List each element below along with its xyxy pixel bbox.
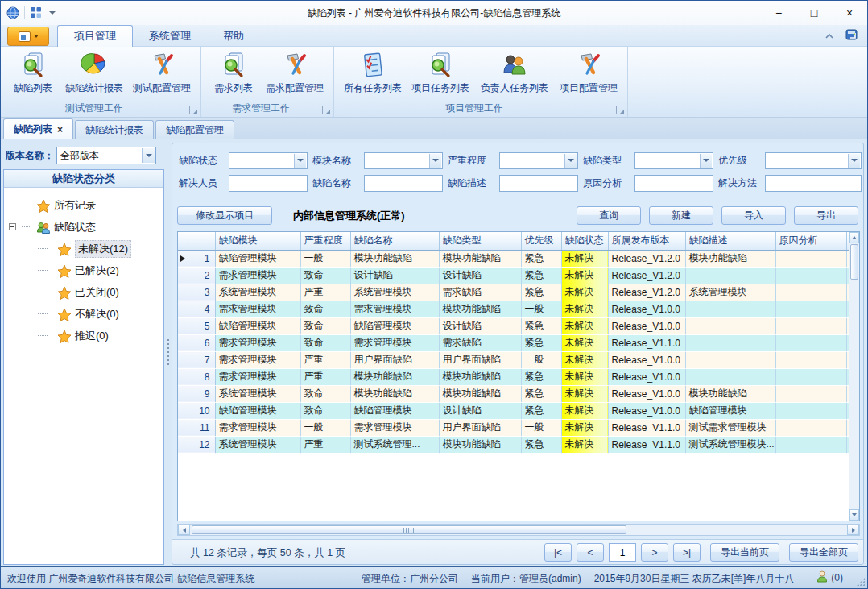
vertical-scroll-thumb[interactable] <box>850 244 858 280</box>
quick-access-dropdown-icon[interactable] <box>49 11 56 15</box>
column-header[interactable]: 缺陷模块 <box>215 232 300 250</box>
horizontal-scroll-thumb[interactable] <box>192 525 626 534</box>
divider <box>808 572 808 583</box>
filter-label: 解决人员 <box>179 176 224 190</box>
defect-list-button[interactable]: 缺陷列表 <box>6 49 60 101</box>
defect-report-button[interactable]: 缺陷统计报表 <box>60 49 128 101</box>
dialog-launcher-icon[interactable] <box>616 106 624 114</box>
requirement-list-button[interactable]: 需求列表 <box>206 49 261 101</box>
last-page-button[interactable]: >| <box>673 543 701 562</box>
close-tab-icon[interactable]: × <box>57 124 63 135</box>
export-button[interactable]: 导出 <box>794 206 858 225</box>
requirement-config-button[interactable]: 需求配置管理 <box>261 49 329 101</box>
table-row[interactable]: 10缺陷管理模块致命缺陷管理模块设计缺陷紧急未解决Release_V1.0.0缺… <box>178 402 849 419</box>
export-all-pages-button[interactable]: 导出全部页 <box>789 543 858 562</box>
system-status-label: 内部信息管理系统(正常) <box>293 209 405 223</box>
cause-analysis-input[interactable] <box>634 175 713 192</box>
owner-tasks-button[interactable]: 负责人任务列表 <box>474 49 555 101</box>
doc-search-icon <box>220 52 247 79</box>
modify-columns-button[interactable]: 修改显示项目 <box>177 206 272 225</box>
combo-dropdown-button[interactable] <box>142 148 155 163</box>
table-row[interactable]: 1缺陷管理模块一般模块功能缺陷模块功能缺陷紧急未解决Release_V1.2.0… <box>178 250 849 267</box>
tree-item-label: 已关闭(0) <box>75 285 119 300</box>
prev-page-button[interactable]: < <box>577 543 604 562</box>
column-header[interactable]: 优先级 <box>521 232 561 250</box>
table-row[interactable]: 8需求管理模块严重模块功能缺陷模块功能缺陷紧急未解决Release_V1.0.0 <box>178 368 849 385</box>
column-header[interactable]: 缺陷状态 <box>561 232 608 250</box>
app-menu-button[interactable] <box>7 27 49 46</box>
ribbon-tab-system[interactable]: 系统管理 <box>133 25 207 47</box>
minimize-button[interactable]: − <box>761 1 796 25</box>
priority-dropdown[interactable] <box>765 152 862 169</box>
column-header[interactable]: 所属发布版本 <box>608 232 685 250</box>
tree-item-label: 推迟(0) <box>75 329 109 343</box>
table-row[interactable]: 9系统管理模块致命模块功能缺陷模块功能缺陷紧急未解决Release_V1.0.0… <box>178 385 849 402</box>
tree-item-postponed[interactable]: 推迟(0) <box>4 325 163 346</box>
tree-item-wontfix[interactable]: 不解决(0) <box>4 303 163 325</box>
ribbon-tab-help[interactable]: 帮助 <box>207 25 260 47</box>
table-row[interactable]: 5缺陷管理模块致命缺陷管理模块设计缺陷紧急未解决Release_V1.0.0 <box>178 317 849 334</box>
solution-input[interactable] <box>765 175 862 192</box>
page-number-input[interactable] <box>609 543 636 562</box>
project-tasks-button[interactable]: 项目任务列表 <box>407 49 474 101</box>
close-button[interactable]: × <box>832 1 867 25</box>
ribbon-tab-project[interactable]: 项目管理 <box>57 25 133 47</box>
table-row[interactable]: 6需求管理模块致命需求管理模块需求缺陷紧急未解决Release_V1.1.0 <box>178 334 849 351</box>
dialog-launcher-icon[interactable] <box>322 106 330 114</box>
severity-dropdown[interactable] <box>499 152 578 169</box>
table-row[interactable]: 12系统管理模块严重测试系统管理...模块功能缺陷紧急未解决Release_V1… <box>178 436 849 453</box>
chevron-down-icon <box>432 159 439 162</box>
table-row[interactable]: 7需求管理模块严重用户界面缺陷用户界面缺陷一般未解决Release_V1.0.0 <box>178 351 849 368</box>
tree-item-defect-status[interactable]: 缺陷状态 <box>4 216 163 238</box>
quick-access-grid-icon[interactable] <box>30 6 43 19</box>
vertical-scrollbar[interactable] <box>849 232 859 521</box>
tree-item-resolved[interactable]: 已解决(2) <box>4 259 163 281</box>
defect-name-input[interactable] <box>364 175 443 192</box>
dialog-launcher-icon[interactable] <box>189 106 197 114</box>
scroll-up-icon[interactable] <box>849 232 859 243</box>
column-header[interactable]: 原因分析 <box>775 232 846 250</box>
column-header[interactable]: 缺陷描述 <box>685 232 775 250</box>
import-button[interactable]: 导入 <box>721 206 786 225</box>
doc-tab-defect-report[interactable]: 缺陷统计报表 <box>75 120 154 139</box>
defect-status-dropdown[interactable] <box>229 152 308 169</box>
defect-desc-input[interactable] <box>499 175 578 192</box>
maximize-button[interactable]: □ <box>796 1 832 25</box>
module-name-dropdown[interactable] <box>364 152 443 169</box>
resolver-input[interactable] <box>229 175 308 192</box>
window-switch-icon[interactable] <box>845 28 859 44</box>
export-current-page-button[interactable]: 导出当前页 <box>710 543 779 562</box>
table-row[interactable]: 2需求管理模块致命设计缺陷设计缺陷紧急未解决Release_V1.2.0 <box>178 267 849 284</box>
table-row[interactable]: 4需求管理模块致命需求管理模块模块功能缺陷一般未解决Release_V1.0.0 <box>178 301 849 317</box>
doc-tab-defect-list[interactable]: 缺陷列表 × <box>3 118 73 139</box>
tree-item-label: 所有记录 <box>54 198 96 213</box>
all-tasks-button[interactable]: 所有任务列表 <box>339 49 407 101</box>
first-page-button[interactable]: |< <box>544 543 572 562</box>
defect-type-dropdown[interactable] <box>634 152 713 169</box>
project-config-button[interactable]: 项目配置管理 <box>555 49 622 101</box>
version-combobox[interactable]: 全部版本 <box>56 147 156 164</box>
column-header[interactable]: 缺陷名称 <box>350 232 439 250</box>
collapse-ribbon-icon[interactable] <box>825 31 834 42</box>
doc-tab-defect-config[interactable]: 缺陷配置管理 <box>155 120 234 139</box>
tree-item-closed[interactable]: 已关闭(0) <box>4 281 163 303</box>
scroll-left-icon[interactable] <box>178 525 190 535</box>
table-row[interactable]: 11需求管理模块一般需求管理模块用户界面缺陷一般未解决Release_V1.1.… <box>178 419 849 436</box>
horizontal-scrollbar[interactable] <box>177 524 860 536</box>
tree-item-unresolved[interactable]: 未解决(12) <box>4 238 163 259</box>
scroll-right-icon[interactable] <box>847 525 859 535</box>
table-row[interactable]: 3系统管理模块严重系统管理模块需求缺陷紧急未解决Release_V1.2.0系统… <box>178 284 849 301</box>
new-button[interactable]: 新建 <box>649 206 713 225</box>
splitter[interactable] <box>165 139 171 567</box>
column-header[interactable]: 缺陷类型 <box>439 232 521 250</box>
chevron-down-icon <box>34 35 39 38</box>
scroll-down-icon[interactable] <box>849 509 859 521</box>
query-button[interactable]: 查询 <box>577 206 641 225</box>
people-icon <box>501 52 528 79</box>
tree-item-all-records[interactable]: 所有记录 <box>4 194 163 216</box>
resize-grip[interactable] <box>857 578 865 586</box>
next-page-button[interactable]: > <box>641 543 668 562</box>
column-header[interactable]: 严重程度 <box>300 232 350 250</box>
collapse-expander-icon[interactable] <box>9 223 16 230</box>
test-config-button[interactable]: 测试配置管理 <box>128 49 196 101</box>
